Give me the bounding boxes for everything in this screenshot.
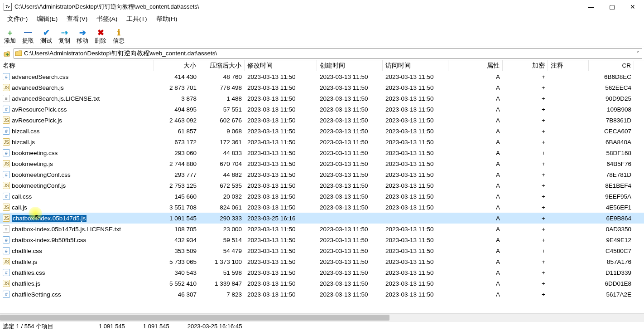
attributes: A bbox=[448, 258, 503, 266]
up-folder-button[interactable] bbox=[2, 49, 12, 58]
menu-item-0[interactable]: 文件(F) bbox=[3, 14, 32, 24]
encrypted: + bbox=[503, 83, 548, 92]
table-row[interactable]: #chatfile.css353 50954 4792023-03-13 11:… bbox=[0, 245, 644, 256]
table-row[interactable]: JSbizcall.js673 172172 3612023-03-13 11:… bbox=[0, 136, 644, 147]
file-size: 3 551 708 bbox=[154, 203, 199, 212]
table-row[interactable]: JScall.js3 551 708824 0612023-03-13 11:5… bbox=[0, 202, 644, 213]
file-rows[interactable]: ↖ #advancedSearch.css414 43048 7602023-0… bbox=[0, 71, 644, 313]
table-row[interactable]: #bookmeetingConf.css293 77744 8822023-03… bbox=[0, 169, 644, 180]
created-time: 2023-03-13 11:50 bbox=[317, 268, 383, 277]
column-header-attr[interactable]: 属性 bbox=[448, 60, 503, 71]
accessed-time: 2023-03-13 11:50 bbox=[383, 160, 448, 168]
move-button[interactable]: ➔移动 bbox=[74, 28, 91, 44]
file-name: bookmeetingConf.js bbox=[12, 182, 66, 189]
file-size: 293 777 bbox=[154, 170, 199, 179]
table-row[interactable]: #chatfiles.css340 54351 5982023-03-13 11… bbox=[0, 267, 644, 278]
file-size: 432 934 bbox=[154, 236, 199, 244]
extract-button[interactable]: —提取 bbox=[20, 28, 36, 44]
accessed-time: 2023-03-13 11:50 bbox=[383, 73, 448, 81]
column-header-enc[interactable]: 加密 bbox=[503, 60, 548, 71]
created-time: 2023-03-13 11:50 bbox=[317, 105, 383, 114]
menu-item-3[interactable]: 书签(A) bbox=[92, 14, 122, 24]
path-dropdown-icon[interactable]: ˅ bbox=[634, 50, 642, 57]
test-button[interactable]: ✔测试 bbox=[38, 28, 54, 44]
file-size: 108 705 bbox=[154, 225, 199, 234]
status-date: 2023-03-25 16:16:45 bbox=[187, 323, 242, 330]
table-row[interactable]: ≡chatbox-index.05b147d5.js.LICENSE.txt10… bbox=[0, 224, 644, 234]
comment bbox=[548, 87, 589, 88]
attributes: A bbox=[448, 236, 503, 244]
column-header-name[interactable]: 名称 bbox=[0, 60, 154, 71]
accessed-time: 2023-03-13 11:50 bbox=[383, 279, 448, 288]
encrypted: + bbox=[503, 73, 548, 81]
modified-time: 2023-03-13 11:50 bbox=[245, 225, 317, 234]
table-row[interactable]: JSchatbox-index.05b147d5.js1 091 545290 … bbox=[0, 213, 644, 224]
menu-item-1[interactable]: 编辑(E) bbox=[32, 14, 62, 24]
column-header-comment[interactable]: 注释 bbox=[548, 60, 589, 71]
table-row[interactable]: ≡advancedSearch.js.LICENSE.txt3 8781 488… bbox=[0, 93, 644, 104]
info-button[interactable]: ℹ信息 bbox=[111, 28, 127, 44]
file-size: 673 172 bbox=[154, 138, 199, 146]
crc: D11D339 bbox=[589, 268, 634, 277]
column-header-created[interactable]: 创建时间 bbox=[317, 60, 383, 71]
created-time: 2023-03-13 11:50 bbox=[317, 170, 383, 179]
menu-item-5[interactable]: 帮助(H) bbox=[152, 14, 182, 24]
created-time: 2023-03-13 11:50 bbox=[317, 116, 383, 125]
comment bbox=[548, 195, 589, 197]
table-row[interactable]: #call.css145 66020 0322023-03-13 11:5020… bbox=[0, 191, 644, 202]
maximize-button[interactable]: ▢ bbox=[601, 0, 622, 14]
delete-button[interactable]: ✖删除 bbox=[92, 28, 109, 44]
crc: C4580C7 bbox=[589, 247, 634, 255]
table-row[interactable]: #chatbox-index.9b50fb5f.css432 93459 514… bbox=[0, 234, 644, 245]
close-button[interactable]: ✕ bbox=[622, 0, 643, 14]
table-row[interactable]: #bookmeeting.css293 06044 8332023-03-13 … bbox=[0, 147, 644, 158]
packed-size: 23 000 bbox=[199, 225, 245, 234]
copy-button[interactable]: ⇢复制 bbox=[56, 28, 72, 44]
path-input[interactable] bbox=[23, 50, 634, 58]
file-size: 145 660 bbox=[154, 192, 199, 201]
table-row[interactable]: #chatfileSetting.css46 3077 8232023-03-1… bbox=[0, 289, 644, 300]
file-name: advancedSearch.css bbox=[12, 73, 68, 80]
accessed-time: 2023-03-13 11:50 bbox=[383, 247, 448, 255]
table-row[interactable]: JSchatfiles.js5 552 4101 339 8472023-03-… bbox=[0, 278, 644, 289]
encrypted: + bbox=[503, 203, 548, 212]
table-row[interactable]: #advancedSearch.css414 43048 7602023-03-… bbox=[0, 71, 644, 82]
horizontal-scrollbar[interactable] bbox=[0, 313, 644, 321]
file-type-icon: ≡ bbox=[3, 225, 10, 233]
minimize-button[interactable]: — bbox=[581, 0, 601, 14]
menu-item-2[interactable]: 查看(V) bbox=[62, 14, 92, 24]
accessed-time: 2023-03-13 11:50 bbox=[383, 105, 448, 114]
file-size: 293 060 bbox=[154, 149, 199, 157]
column-header-packed[interactable]: 压缩后大小 bbox=[199, 60, 245, 71]
created-time: 2023-03-13 11:50 bbox=[317, 203, 383, 212]
comment bbox=[548, 119, 589, 121]
column-header-accessed[interactable]: 访问时间 bbox=[383, 60, 448, 71]
created-time bbox=[317, 217, 383, 219]
encrypted: + bbox=[503, 247, 548, 255]
accessed-time: 2023-03-13 11:50 bbox=[383, 192, 448, 201]
accessed-time: 2023-03-13 11:50 bbox=[383, 127, 448, 136]
attributes: A bbox=[448, 247, 503, 255]
accessed-time: 2023-03-13 11:50 bbox=[383, 236, 448, 244]
table-row[interactable]: JSavResourcePick.js2 463 092602 6762023-… bbox=[0, 115, 644, 126]
column-header-mod[interactable]: 修改时间 bbox=[245, 60, 317, 71]
column-header-size[interactable]: 大小 bbox=[154, 60, 199, 71]
table-row[interactable]: JSbookmeeting.js2 744 880670 7042023-03-… bbox=[0, 158, 644, 169]
accessed-time: 2023-03-13 11:50 bbox=[383, 138, 448, 146]
accessed-time bbox=[383, 217, 448, 219]
file-type-icon: JS bbox=[3, 182, 10, 189]
add-button[interactable]: ＋添加 bbox=[2, 28, 18, 44]
table-row[interactable]: JSchatfile.js5 733 0651 373 1002023-03-1… bbox=[0, 256, 644, 267]
modified-time: 2023-03-13 11:50 bbox=[245, 192, 317, 201]
table-row[interactable]: JSadvancedSearch.js2 873 701778 4982023-… bbox=[0, 82, 644, 93]
file-size: 2 873 701 bbox=[154, 83, 199, 92]
packed-size: 44 833 bbox=[199, 149, 245, 157]
column-header-crc[interactable]: CR bbox=[589, 61, 634, 70]
file-size: 494 895 bbox=[154, 105, 199, 114]
table-row[interactable]: #avResourcePick.css494 89557 5512023-03-… bbox=[0, 104, 644, 115]
status-size2: 1 091 545 bbox=[143, 323, 169, 330]
table-row[interactable]: JSbookmeetingConf.js2 753 125672 5352023… bbox=[0, 180, 644, 191]
table-row[interactable]: #bizcall.css61 8579 0682023-03-13 11:502… bbox=[0, 126, 644, 136]
attributes: A bbox=[448, 73, 503, 81]
menu-item-4[interactable]: 工具(T) bbox=[122, 14, 151, 24]
